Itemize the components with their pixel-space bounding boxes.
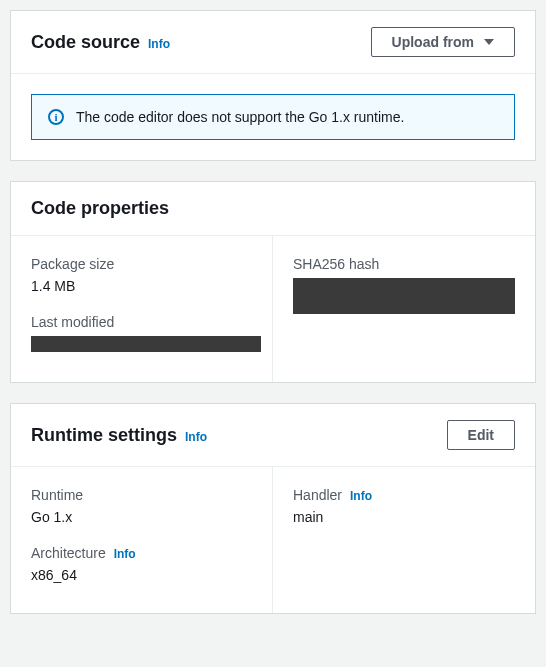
architecture-label: Architecture xyxy=(31,545,106,561)
code-properties-title-group: Code properties xyxy=(31,198,169,219)
last-modified-value-redacted xyxy=(31,336,261,352)
handler-info-link[interactable]: Info xyxy=(350,489,372,503)
architecture-label-group: Architecture Info xyxy=(31,545,252,561)
sha256-item: SHA256 hash xyxy=(293,256,515,314)
code-properties-header: Code properties xyxy=(11,182,535,236)
runtime-value: Go 1.x xyxy=(31,509,252,525)
info-icon: i xyxy=(48,109,64,125)
runtime-item: Runtime Go 1.x xyxy=(31,487,252,525)
runtime-settings-title-group: Runtime settings Info xyxy=(31,425,207,446)
code-properties-right-col: SHA256 hash xyxy=(273,236,535,382)
handler-label: Handler xyxy=(293,487,342,503)
runtime-not-supported-alert: i The code editor does not support the G… xyxy=(31,94,515,140)
architecture-item: Architecture Info x86_64 xyxy=(31,545,252,583)
upload-from-button[interactable]: Upload from xyxy=(371,27,515,57)
sha256-value-redacted xyxy=(293,278,515,314)
last-modified-label: Last modified xyxy=(31,314,252,330)
code-properties-title: Code properties xyxy=(31,198,169,219)
code-source-panel: Code source Info Upload from i The code … xyxy=(10,10,536,161)
last-modified-item: Last modified xyxy=(31,314,252,352)
code-source-info-link[interactable]: Info xyxy=(148,37,170,51)
runtime-settings-info-link[interactable]: Info xyxy=(185,430,207,444)
code-properties-panel: Code properties Package size 1.4 MB Last… xyxy=(10,181,536,383)
runtime-settings-panel: Runtime settings Info Edit Runtime Go 1.… xyxy=(10,403,536,614)
package-size-label: Package size xyxy=(31,256,252,272)
package-size-item: Package size 1.4 MB xyxy=(31,256,252,294)
code-properties-left-col: Package size 1.4 MB Last modified xyxy=(11,236,273,382)
runtime-settings-body: Runtime Go 1.x Architecture Info x86_64 … xyxy=(11,467,535,613)
runtime-label: Runtime xyxy=(31,487,252,503)
handler-value: main xyxy=(293,509,515,525)
architecture-value: x86_64 xyxy=(31,567,252,583)
upload-from-label: Upload from xyxy=(392,34,474,50)
architecture-info-link[interactable]: Info xyxy=(114,547,136,561)
alert-message: The code editor does not support the Go … xyxy=(76,109,404,125)
edit-button[interactable]: Edit xyxy=(447,420,515,450)
runtime-settings-right-col: Handler Info main xyxy=(273,467,535,613)
caret-down-icon xyxy=(484,39,494,45)
handler-label-group: Handler Info xyxy=(293,487,515,503)
runtime-settings-header: Runtime settings Info Edit xyxy=(11,404,535,467)
code-source-body: i The code editor does not support the G… xyxy=(11,74,535,160)
runtime-settings-title: Runtime settings xyxy=(31,425,177,446)
sha256-label: SHA256 hash xyxy=(293,256,515,272)
code-source-title: Code source xyxy=(31,32,140,53)
code-properties-body: Package size 1.4 MB Last modified SHA256… xyxy=(11,236,535,382)
runtime-settings-left-col: Runtime Go 1.x Architecture Info x86_64 xyxy=(11,467,273,613)
handler-item: Handler Info main xyxy=(293,487,515,525)
code-source-title-group: Code source Info xyxy=(31,32,170,53)
package-size-value: 1.4 MB xyxy=(31,278,252,294)
code-source-header: Code source Info Upload from xyxy=(11,11,535,74)
